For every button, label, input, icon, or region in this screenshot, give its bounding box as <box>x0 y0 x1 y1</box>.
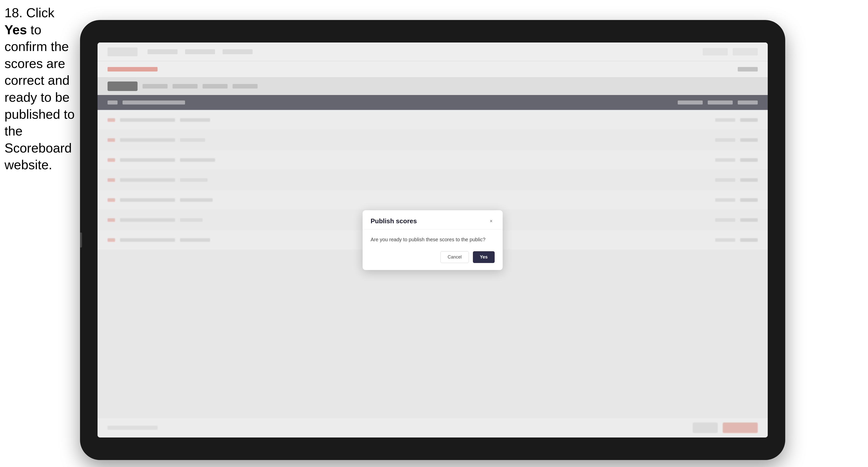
cancel-button[interactable]: Cancel <box>440 251 469 263</box>
modal-actions: Cancel Yes <box>371 251 495 263</box>
modal-title: Publish scores <box>371 217 417 225</box>
tablet-frame: Publish scores × Are you ready to publis… <box>80 20 785 460</box>
yes-button[interactable]: Yes <box>473 251 495 263</box>
instruction-suffix: to confirm the scores are correct and re… <box>4 23 74 172</box>
modal-message: Are you ready to publish these scores to… <box>371 236 495 243</box>
instruction-text: 18. Click Yes to confirm the scores are … <box>4 4 77 174</box>
modal-close-button[interactable]: × <box>488 218 495 224</box>
tablet-side-button <box>80 232 82 248</box>
yes-emphasis: Yes <box>4 23 27 37</box>
instruction-prefix: Click <box>23 5 54 20</box>
modal-overlay: Publish scores × Are you ready to publis… <box>97 42 768 437</box>
step-number: 18. <box>4 5 23 20</box>
tablet-screen: Publish scores × Are you ready to publis… <box>97 42 768 437</box>
modal-body: Are you ready to publish these scores to… <box>363 230 503 270</box>
modal-header: Publish scores × <box>363 210 503 230</box>
publish-scores-dialog: Publish scores × Are you ready to publis… <box>363 210 503 270</box>
